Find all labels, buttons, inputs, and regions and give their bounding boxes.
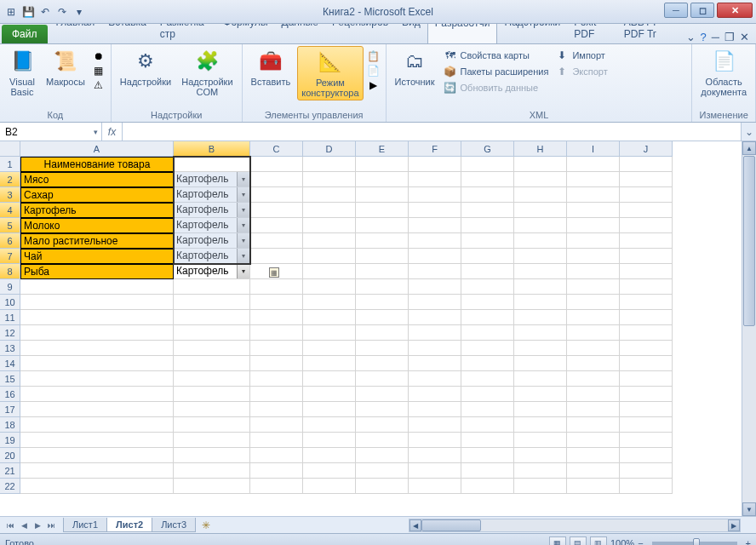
- combobox-8[interactable]: Картофель: [174, 264, 250, 279]
- cell-I11[interactable]: [567, 310, 620, 325]
- cell-D2[interactable]: [303, 172, 356, 187]
- cell-E19[interactable]: [356, 433, 409, 448]
- scroll-down-icon[interactable]: ▼: [742, 502, 756, 516]
- cell-D3[interactable]: [303, 187, 356, 203]
- file-tab[interactable]: Файл: [2, 25, 48, 43]
- mdi-minimize-icon[interactable]: ─: [712, 31, 719, 43]
- cell-E2[interactable]: [356, 172, 409, 187]
- combobox-3[interactable]: Картофель: [174, 187, 250, 203]
- cell-D19[interactable]: [303, 433, 356, 448]
- cell-B17[interactable]: [174, 402, 250, 417]
- cell-E18[interactable]: [356, 417, 409, 433]
- cell-J2[interactable]: [620, 172, 673, 187]
- cell-D18[interactable]: [303, 417, 356, 433]
- cell-G12[interactable]: [461, 325, 514, 341]
- cell-D9[interactable]: [303, 279, 356, 295]
- import-button[interactable]: ⬇Импорт: [553, 48, 609, 63]
- export-button[interactable]: ⬆Экспорт: [553, 64, 609, 79]
- cell-A16[interactable]: [20, 387, 174, 402]
- cell-I19[interactable]: [567, 433, 620, 448]
- row-header-22[interactable]: 22: [0, 479, 20, 494]
- cell-I8[interactable]: [567, 264, 620, 279]
- cell-I9[interactable]: [567, 279, 620, 295]
- cell-B2[interactable]: Картофель: [174, 172, 250, 187]
- vscroll-thumb[interactable]: [743, 156, 755, 326]
- cell-J7[interactable]: [620, 249, 673, 264]
- zoom-thumb[interactable]: [693, 538, 700, 546]
- cell-I2[interactable]: [567, 172, 620, 187]
- cell-J17[interactable]: [620, 402, 673, 417]
- cell-F9[interactable]: [409, 279, 461, 295]
- cell-E4[interactable]: [356, 203, 409, 218]
- col-header-J[interactable]: J: [620, 141, 673, 157]
- minimize-button[interactable]: ─: [664, 3, 688, 18]
- cell-C13[interactable]: [250, 341, 303, 356]
- add-sheet-icon[interactable]: ✳: [198, 519, 214, 531]
- row-header-3[interactable]: 3: [0, 187, 20, 203]
- cell-C22[interactable]: [250, 479, 303, 494]
- cell-B10[interactable]: [174, 295, 250, 310]
- col-header-C[interactable]: C: [250, 141, 303, 157]
- cell-H20[interactable]: [514, 448, 567, 463]
- cell-D1[interactable]: [303, 157, 356, 172]
- cell-B13[interactable]: [174, 341, 250, 356]
- row-header-16[interactable]: 16: [0, 387, 20, 402]
- cell-J6[interactable]: [620, 233, 673, 249]
- redo-icon[interactable]: ↷: [54, 4, 70, 20]
- cell-E11[interactable]: [356, 310, 409, 325]
- cell-F4[interactable]: [409, 203, 461, 218]
- cell-A3[interactable]: Сахар: [20, 187, 174, 203]
- cell-C18[interactable]: [250, 417, 303, 433]
- cell-G9[interactable]: [461, 279, 514, 295]
- cell-E15[interactable]: [356, 371, 409, 387]
- autofill-options-icon[interactable]: ▦: [269, 267, 279, 278]
- cell-G21[interactable]: [461, 463, 514, 479]
- cell-J19[interactable]: [620, 433, 673, 448]
- cell-E12[interactable]: [356, 325, 409, 341]
- cell-I20[interactable]: [567, 448, 620, 463]
- cell-C4[interactable]: [250, 203, 303, 218]
- col-header-B[interactable]: B: [174, 141, 250, 157]
- row-header-20[interactable]: 20: [0, 448, 20, 463]
- cell-C6[interactable]: [250, 233, 303, 249]
- cell-I18[interactable]: [567, 417, 620, 433]
- cell-B16[interactable]: [174, 387, 250, 402]
- cell-H19[interactable]: [514, 433, 567, 448]
- cell-B7[interactable]: Картофель: [174, 249, 250, 264]
- cell-H1[interactable]: [514, 157, 567, 172]
- cell-B1[interactable]: [174, 157, 250, 172]
- page-layout-view-icon[interactable]: ▤: [570, 536, 587, 546]
- cell-F5[interactable]: [409, 218, 461, 233]
- combobox-2[interactable]: Картофель: [174, 172, 250, 187]
- refresh-data-button[interactable]: 🔄Обновить данные: [442, 80, 551, 95]
- cell-F2[interactable]: [409, 172, 461, 187]
- cell-H4[interactable]: [514, 203, 567, 218]
- cell-E14[interactable]: [356, 356, 409, 371]
- combobox-7[interactable]: Картофель: [174, 249, 250, 264]
- cell-B12[interactable]: [174, 325, 250, 341]
- help-icon[interactable]: ?: [701, 31, 707, 43]
- cell-A12[interactable]: [20, 325, 174, 341]
- cell-E20[interactable]: [356, 448, 409, 463]
- cell-I13[interactable]: [567, 341, 620, 356]
- cell-D5[interactable]: [303, 218, 356, 233]
- cell-C20[interactable]: [250, 448, 303, 463]
- cell-G18[interactable]: [461, 417, 514, 433]
- cell-D10[interactable]: [303, 295, 356, 310]
- page-break-view-icon[interactable]: ▥: [590, 536, 607, 546]
- cell-J22[interactable]: [620, 479, 673, 494]
- cell-H11[interactable]: [514, 310, 567, 325]
- cell-B20[interactable]: [174, 448, 250, 463]
- cell-J1[interactable]: [620, 157, 673, 172]
- formula-input[interactable]: [123, 123, 741, 141]
- cell-A10[interactable]: [20, 295, 174, 310]
- cell-J3[interactable]: [620, 187, 673, 203]
- cell-C21[interactable]: [250, 463, 303, 479]
- cell-A18[interactable]: [20, 417, 174, 433]
- maximize-button[interactable]: ◻: [690, 3, 714, 18]
- row-header-4[interactable]: 4: [0, 203, 20, 218]
- cell-H12[interactable]: [514, 325, 567, 341]
- cell-F12[interactable]: [409, 325, 461, 341]
- macros-button[interactable]: 📜 Макросы: [43, 46, 89, 89]
- cell-C3[interactable]: [250, 187, 303, 203]
